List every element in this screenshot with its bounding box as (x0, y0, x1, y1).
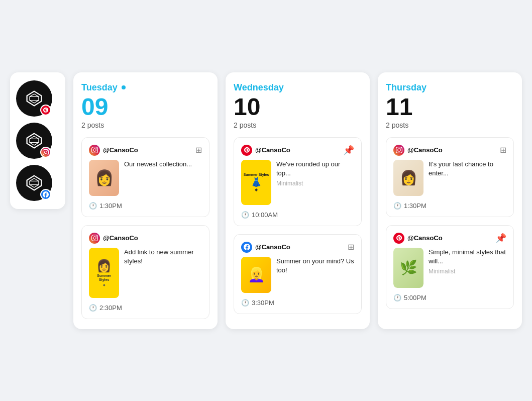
pin-icon-th2: 📌 (495, 233, 506, 244)
instagram-icon-th1 (393, 145, 404, 156)
post-username-t2: @CansoCo (103, 234, 138, 242)
post-text-area-w1: We've rounded up our top... Minimalist (276, 160, 354, 187)
svg-marker-8 (27, 175, 42, 190)
pinterest-badge-1 (40, 105, 51, 116)
clock-icon-w1: 🕐 (241, 211, 249, 219)
post-card-t2[interactable]: @CansoCo 👩 SummerStyles ◆ Add link to ne… (81, 225, 209, 319)
time-label-t1: 1:30PM (99, 202, 122, 210)
thursday-header: Thursday 11 2 posts (386, 82, 514, 129)
post-tag-w1: Minimalist (276, 180, 354, 187)
clock-icon-th1: 🕐 (393, 202, 401, 210)
post-card-w2[interactable]: @CansoCo ⊞ 👱‍♀️ Summer on your mind? Us … (234, 234, 362, 314)
post-text-th2: Simple, minimal styles that will... (429, 248, 506, 266)
post-time-w1: 🕐 10:00AM (241, 211, 354, 219)
post-card-th1[interactable]: @CansoCo ⊞ 👩 It's your last chance to en… (386, 137, 514, 217)
diamond-icon-1 (25, 89, 43, 108)
post-text-area-th1: It's your last chance to enter... (429, 160, 506, 180)
post-text-w1: We've rounded up our top... (276, 160, 354, 178)
thursday-name: Thursday (386, 82, 514, 93)
post-text-area-w2: Summer on your mind? Us too! (276, 257, 354, 277)
sidebar-account-instagram[interactable] (16, 123, 52, 159)
clock-icon-t2: 🕐 (89, 304, 97, 312)
post-thumbnail-w1: Summer Styles 👗 ◆ (241, 160, 271, 205)
day-column-wednesday: Wednesday 10 2 posts @CansoCo 📌 (226, 72, 370, 329)
post-thumbnail-t1: 👩 (89, 160, 119, 196)
thumb-yellow-t2: 👩 SummerStyles ◆ (89, 248, 119, 298)
post-text-t2: Add link to new summer styles! (124, 248, 202, 266)
tuesday-dot (122, 85, 126, 89)
time-label-w1: 10:00AM (252, 211, 278, 219)
grid-icon-th1: ⊞ (500, 145, 506, 155)
svg-marker-1 (30, 94, 39, 103)
post-time-t2: 🕐 2:30PM (89, 304, 202, 312)
thumb-yellow-w1: Summer Styles 👗 ◆ (241, 160, 271, 205)
thursday-posts-count: 2 posts (386, 121, 514, 129)
post-body-w1: Summer Styles 👗 ◆ We've rounded up our t… (241, 160, 354, 205)
sidebar (10, 72, 65, 209)
post-time-th1: 🕐 1:30PM (393, 202, 506, 210)
wednesday-name: Wednesday (234, 82, 362, 93)
thursday-label: Thursday (386, 82, 427, 93)
time-label-th1: 1:30PM (404, 202, 427, 210)
clock-icon-t1: 🕐 (89, 202, 97, 210)
svg-marker-5 (30, 136, 39, 145)
facebook-icon-w2 (241, 242, 252, 253)
day-column-thursday: Thursday 11 2 posts @CansoCo ⊞ (378, 72, 522, 329)
time-label-t2: 2:30PM (99, 304, 122, 312)
svg-marker-4 (27, 133, 42, 148)
post-card-t2-header: @CansoCo (89, 233, 202, 244)
instagram-icon-t1 (89, 145, 100, 156)
post-time-th2: 🕐 5:00PM (393, 294, 506, 302)
wednesday-label: Wednesday (234, 82, 284, 93)
post-thumbnail-th2: 🌿 (393, 248, 423, 288)
tuesday-name: Tuesday (81, 82, 209, 93)
pinterest-icon-w1 (241, 145, 252, 156)
calendar-area: Tuesday 09 2 posts @CansoCo ⊞ (73, 72, 522, 329)
post-card-th1-header: @CansoCo ⊞ (393, 145, 506, 156)
thumb-cream-th1: 👩 (393, 160, 423, 196)
post-text-area-t2: Add link to new summer styles! (124, 248, 202, 268)
post-card-w1[interactable]: @CansoCo 📌 Summer Styles 👗 ◆ We've round… (234, 137, 362, 226)
app-container: Tuesday 09 2 posts @CansoCo ⊞ (10, 72, 522, 329)
wednesday-posts-count: 2 posts (234, 121, 362, 129)
post-username-w1: @CansoCo (255, 146, 290, 154)
post-card-w1-header: @CansoCo 📌 (241, 145, 354, 156)
day-column-tuesday: Tuesday 09 2 posts @CansoCo ⊞ (73, 72, 218, 329)
wednesday-header: Wednesday 10 2 posts (234, 82, 362, 129)
instagram-icon-t2 (89, 233, 100, 244)
post-username-t1: @CansoCo (103, 146, 138, 154)
post-text-area-th2: Simple, minimal styles that will... Mini… (429, 248, 506, 275)
post-time-t1: 🕐 1:30PM (89, 202, 202, 210)
svg-marker-0 (27, 91, 42, 106)
post-thumbnail-t2: 👩 SummerStyles ◆ (89, 248, 119, 298)
post-username-th1: @CansoCo (407, 146, 443, 154)
post-card-w2-header: @CansoCo ⊞ (241, 242, 354, 253)
tuesday-label: Tuesday (81, 82, 118, 93)
time-label-w2: 3:30PM (252, 299, 274, 307)
post-username-th2: @CansoCo (407, 234, 443, 242)
post-thumbnail-th1: 👩 (393, 160, 423, 196)
post-body-th1: 👩 It's your last chance to enter... (393, 160, 506, 196)
sidebar-account-facebook[interactable] (16, 165, 52, 201)
post-text-area-t1: Our newest collection... (124, 160, 202, 171)
post-text-th1: It's your last chance to enter... (429, 160, 506, 178)
clock-icon-th2: 🕐 (393, 294, 401, 302)
time-label-th2: 5:00PM (404, 294, 427, 302)
post-card-t1-header: @CansoCo ⊞ (89, 145, 202, 156)
diamond-icon-3 (25, 174, 43, 192)
post-body-t2: 👩 SummerStyles ◆ Add link to new summer … (89, 248, 202, 298)
post-time-w2: 🕐 3:30PM (241, 299, 354, 307)
instagram-badge-2 (40, 147, 51, 158)
sidebar-account-pinterest[interactable] (16, 80, 52, 117)
post-account-th1: @CansoCo (393, 145, 443, 156)
post-account-t1: @CansoCo (89, 145, 138, 156)
post-card-th2[interactable]: @CansoCo 📌 🌿 Simple, minimal styles that… (386, 225, 514, 309)
post-thumbnail-w2: 👱‍♀️ (241, 257, 271, 293)
post-body-w2: 👱‍♀️ Summer on your mind? Us too! (241, 257, 354, 293)
diamond-icon-2 (25, 132, 43, 150)
post-body-t1: 👩 Our newest collection... (89, 160, 202, 196)
facebook-badge-3 (40, 189, 51, 200)
thursday-number: 11 (386, 95, 514, 119)
post-account-t2: @CansoCo (89, 233, 138, 244)
post-card-t1[interactable]: @CansoCo ⊞ 👩 Our newest collection... (81, 137, 209, 217)
